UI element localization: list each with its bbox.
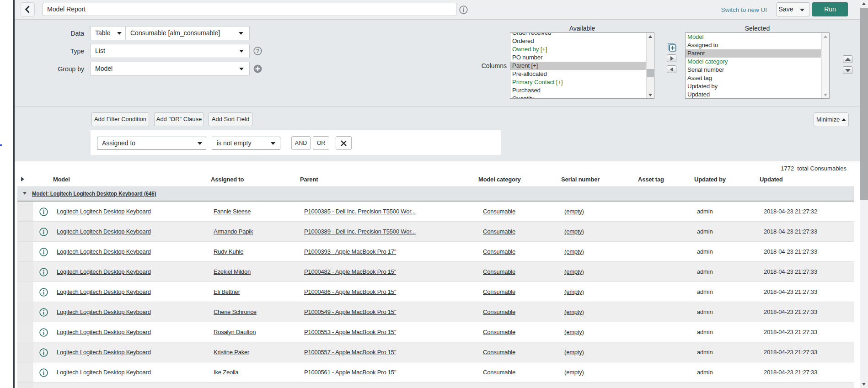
svg-text:?: ?: [256, 48, 259, 54]
